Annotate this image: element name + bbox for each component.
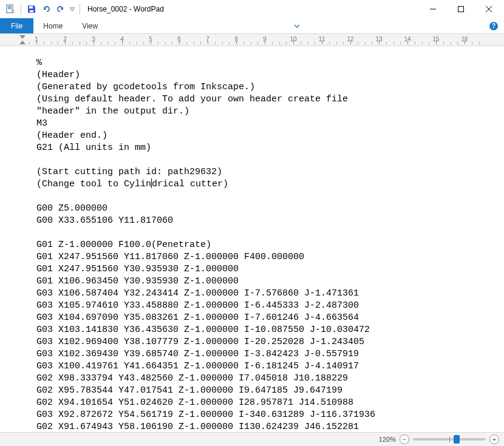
ruler-mark xyxy=(115,42,115,44)
svg-rect-4 xyxy=(29,6,33,8)
zoom-slider-thumb[interactable] xyxy=(454,435,460,444)
ruler-mark xyxy=(443,42,444,44)
ruler-mark xyxy=(215,42,216,44)
ruler-mark xyxy=(350,41,351,44)
help-button[interactable]: ? xyxy=(489,18,498,33)
tab-view[interactable]: View xyxy=(72,18,107,33)
ruler-mark xyxy=(393,42,394,44)
titlebar: Horse_0002 - WordPad xyxy=(0,0,504,18)
save-button[interactable] xyxy=(25,2,38,16)
ruler-mark xyxy=(80,42,80,44)
ruler-mark xyxy=(315,42,315,44)
ruler-mark xyxy=(172,42,172,44)
ruler-mark xyxy=(72,42,73,44)
ruler-mark xyxy=(322,41,322,44)
zoom-slider[interactable] xyxy=(413,438,486,441)
ruler-mark xyxy=(58,42,58,44)
ruler-mark xyxy=(472,42,472,44)
ruler-mark xyxy=(379,41,380,44)
svg-rect-5 xyxy=(30,10,33,12)
ruler-mark xyxy=(272,42,273,44)
left-indent-marker[interactable] xyxy=(19,41,26,44)
workspace: % (Header) (Generated by gcodetools from… xyxy=(0,46,504,432)
ruler-mark xyxy=(336,42,337,44)
minimize-button[interactable] xyxy=(419,0,447,18)
window-controls xyxy=(419,0,503,18)
ruler-mark xyxy=(108,42,109,44)
slider-midpoint xyxy=(449,436,450,442)
ruler-mark xyxy=(308,42,308,44)
document-scroll-area[interactable]: % (Header) (Generated by gcodetools from… xyxy=(0,46,504,432)
qat-customize-dropdown[interactable] xyxy=(69,2,76,16)
ruler-mark xyxy=(165,42,166,44)
svg-rect-2 xyxy=(8,7,12,8)
ruler-mark xyxy=(36,41,37,44)
ruler-mark xyxy=(143,42,144,44)
ruler[interactable]: 12345678910111213141516 xyxy=(0,34,504,46)
ruler-mark xyxy=(400,42,401,44)
ruler-mark xyxy=(229,42,230,44)
ruler-mark xyxy=(415,42,415,44)
first-line-indent-marker[interactable] xyxy=(19,35,26,39)
ruler-mark xyxy=(279,42,280,44)
quick-access-toolbar xyxy=(1,2,83,16)
ruler-mark xyxy=(222,42,223,44)
tab-file[interactable]: File xyxy=(0,18,33,33)
ruler-mark xyxy=(94,41,94,44)
zoom-in-button[interactable]: + xyxy=(489,434,499,444)
separator xyxy=(21,4,21,15)
ruler-mark xyxy=(101,42,101,44)
close-button[interactable] xyxy=(475,0,503,18)
ruler-mark xyxy=(257,42,258,44)
ruler-mark xyxy=(200,42,201,44)
ruler-mark xyxy=(137,42,137,44)
tab-home[interactable]: Home xyxy=(33,18,72,33)
ruler-mark xyxy=(29,42,30,44)
ruler-mark xyxy=(465,41,465,44)
ruler-mark xyxy=(179,41,180,44)
ruler-mark xyxy=(343,42,344,44)
zoom-label: 120% xyxy=(379,436,396,443)
document-body[interactable]: % (Header) (Generated by gcodetools from… xyxy=(0,46,504,432)
ruler-mark xyxy=(301,42,301,44)
svg-rect-1 xyxy=(8,6,12,7)
ruler-mark xyxy=(358,42,358,44)
ruler-mark xyxy=(251,42,251,44)
ruler-mark xyxy=(129,42,130,44)
redo-button[interactable] xyxy=(54,2,67,16)
ruler-mark xyxy=(158,42,158,44)
ruler-mark xyxy=(265,41,265,44)
ruler-mark xyxy=(208,41,208,44)
svg-rect-3 xyxy=(8,8,12,9)
window-title: Horse_0002 - WordPad xyxy=(83,5,419,13)
ruler-mark xyxy=(386,42,387,44)
zoom-out-button[interactable]: − xyxy=(400,434,409,444)
ruler-mark xyxy=(365,42,366,44)
ruler-mark xyxy=(194,42,194,44)
ruler-mark xyxy=(65,41,66,44)
ruler-mark xyxy=(243,42,244,44)
ruler-mark xyxy=(407,41,408,44)
undo-button[interactable] xyxy=(39,2,53,16)
ruler-mark xyxy=(422,42,423,44)
maximize-button[interactable] xyxy=(447,0,475,18)
svg-rect-7 xyxy=(458,7,464,12)
ribbon-tabs: File Home View ? xyxy=(0,18,504,34)
collapse-ribbon-button[interactable] xyxy=(294,18,300,33)
ruler-mark xyxy=(51,42,52,44)
text-caret xyxy=(151,178,152,188)
ruler-mark xyxy=(293,41,294,44)
ruler-mark xyxy=(457,42,458,44)
statusbar: 120% − + xyxy=(0,432,504,446)
ruler-mark xyxy=(436,41,437,44)
ruler-mark xyxy=(151,41,151,44)
ruler-mark xyxy=(122,41,123,44)
ruler-mark xyxy=(286,42,287,44)
ruler-mark xyxy=(236,41,237,44)
ruler-mark xyxy=(329,42,330,44)
ruler-mark xyxy=(429,42,429,44)
app-icon[interactable] xyxy=(4,2,17,16)
ruler-mark xyxy=(479,42,480,44)
ruler-mark xyxy=(44,42,44,44)
ruler-mark xyxy=(86,42,87,44)
